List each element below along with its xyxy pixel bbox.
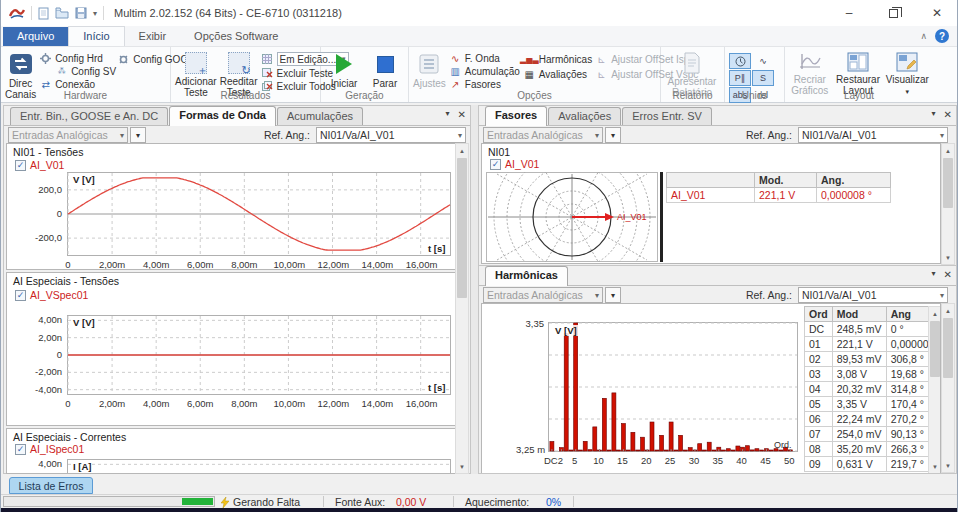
unit-p-button[interactable]: P∥	[729, 70, 751, 86]
iniciar-button[interactable]: Iniciar	[325, 50, 363, 89]
tick-label: 4,00n	[7, 458, 62, 469]
table-cell: 05	[805, 397, 833, 412]
panel-splitter[interactable]	[471, 105, 478, 474]
source-select[interactable]: Entradas Analógicas▾	[483, 127, 603, 143]
close-panel-icon[interactable]: ✕	[458, 109, 466, 120]
table-row[interactable]: 0622,24 mV270,2 °	[805, 412, 942, 427]
harmonics-table-scrollbar[interactable]: ▲ ▼	[928, 306, 941, 473]
table-row[interactable]: DC248,5 mV0 °	[805, 322, 942, 337]
table-cell: 02	[805, 352, 833, 367]
adicionar-teste-button[interactable]: ＋ Adicionar Teste	[175, 50, 217, 89]
unit-sine-button[interactable]: ∿	[752, 53, 774, 69]
tab-formas-de-onda[interactable]: Formas de Onda	[169, 106, 276, 126]
phasor-group-title: NI01	[488, 146, 510, 158]
table-row[interactable]: AI_V01221,1 V0,000008 °	[667, 188, 891, 203]
waveform-plot	[67, 459, 451, 474]
new-file-icon[interactable]	[38, 7, 49, 20]
ref-ang-select[interactable]: NI01/Va/AI_V01▾	[798, 287, 948, 303]
harmonics-scrollbar[interactable]: ▲ ▼	[941, 303, 955, 473]
source-select[interactable]: Entradas Analógicas▾	[483, 287, 603, 303]
unit-s-button[interactable]: S	[752, 70, 774, 86]
tab-acumulacoes[interactable]: Acumulações	[277, 107, 363, 125]
maximize-button[interactable]	[871, 0, 915, 26]
table-row[interactable]: 033,08 V19,68 °	[805, 367, 942, 382]
tab-harmonicas[interactable]: Harmônicas	[485, 266, 568, 286]
conexao-button[interactable]: ⇄ Conexão	[39, 78, 116, 90]
restaurar-layout-button[interactable]: Restaurar Layout	[834, 50, 883, 89]
tick-label: 35	[709, 455, 727, 466]
unit-time-button[interactable]	[729, 53, 751, 69]
tick-label: t [s]	[427, 243, 446, 254]
direc-canais-button[interactable]: Direc Canais	[5, 50, 36, 89]
tab-arquivo[interactable]: Arquivo	[3, 27, 68, 46]
table-row[interactable]: 0835,20 mV266,3 °	[805, 442, 942, 457]
tab-fasores[interactable]: Fasores	[485, 106, 547, 126]
gear-icon	[117, 53, 130, 65]
save-icon[interactable]	[75, 7, 87, 19]
column-header[interactable]: Ord	[805, 307, 833, 322]
apresentar-relatorio-button[interactable]: Apresentar Relatório	[665, 50, 719, 89]
avaliacoes-button[interactable]: ▦ Avaliações	[523, 67, 592, 81]
tab-exibir[interactable]: Exibir	[125, 27, 181, 46]
fasores-button[interactable]: ↗ Fasores	[449, 78, 520, 90]
pin-menu-icon[interactable]: ▾	[932, 269, 936, 280]
divider	[103, 6, 104, 20]
chart-title: NI01 - Tensões	[13, 146, 83, 158]
tick-label: 14,00m	[362, 259, 392, 270]
tick-label: V [V]	[72, 174, 96, 185]
table-cell: 221,1 V	[755, 188, 817, 203]
close-panel-icon[interactable]: ✕	[944, 109, 952, 120]
series-checkbox[interactable]: ✓	[490, 159, 501, 170]
source-select[interactable]: Entradas Analógicas▾	[8, 127, 128, 143]
phasor-splitter[interactable]	[660, 172, 663, 262]
open-folder-icon[interactable]	[55, 7, 69, 19]
left-panel-scrollbar[interactable]: ▲ ▼	[455, 143, 469, 474]
collapse-ribbon-icon[interactable]: ∧	[920, 31, 927, 41]
visualizar-button[interactable]: Visualizar ▾	[886, 50, 929, 89]
pin-menu-icon[interactable]: ▾	[446, 109, 450, 120]
table-row[interactable]: 053,35 V170,4 °	[805, 397, 942, 412]
tab-avaliacoes[interactable]: Avaliações	[548, 107, 621, 125]
table-row[interactable]: 01221,1 V0,000008 °	[805, 337, 942, 352]
config-sv-button[interactable]: ⁂ Config SV	[39, 65, 116, 77]
column-header[interactable]: Ang.	[817, 173, 891, 188]
tab-inicio[interactable]: Início	[68, 26, 124, 46]
ref-ang-select[interactable]: NI01/Va/AI_V01▾	[316, 127, 466, 143]
column-header[interactable]: Mod.	[755, 173, 817, 188]
f-onda-button[interactable]: ∿ F. Onda	[449, 52, 520, 64]
series-label: AI_VSpec01	[30, 289, 88, 301]
table-cell: 07	[805, 427, 833, 442]
tab-opcoes-software[interactable]: Opções Software	[180, 27, 292, 46]
column-header[interactable]	[667, 173, 755, 188]
help-icon[interactable]: ?	[935, 29, 949, 43]
series-checkbox[interactable]: ✓	[15, 290, 26, 301]
minimize-button[interactable]: –	[827, 0, 871, 26]
recriar-graficos-button[interactable]: Recriar Gráficos	[789, 50, 831, 89]
source-split-button[interactable]: ▾	[605, 287, 621, 303]
table-row[interactable]: 0289,53 mV306,8 °	[805, 352, 942, 367]
harmonicas-button[interactable]: ▂▅▃ Harmônicas	[523, 52, 592, 66]
column-header[interactable]: Mod	[832, 307, 886, 322]
tab-erros-entr-sv[interactable]: Erros Entr. SV	[622, 107, 712, 125]
config-hrd-button[interactable]: Config Hrd	[39, 52, 116, 64]
qat-dropdown-icon[interactable]: ▾	[93, 9, 97, 18]
table-row[interactable]: 0420,32 mV314,8 °	[805, 382, 942, 397]
series-checkbox[interactable]: ✓	[15, 160, 26, 171]
acumulacao-button[interactable]: ▥ Acumulação	[449, 65, 520, 77]
parar-button[interactable]: Parar	[366, 50, 404, 89]
ref-ang-select[interactable]: NI01/Va/AI_V01▾	[798, 127, 948, 143]
delete-test-icon	[261, 67, 274, 79]
pin-menu-icon[interactable]: ▾	[932, 109, 936, 120]
ajustes-button[interactable]: Ajustes	[413, 50, 446, 89]
close-panel-icon[interactable]: ✕	[944, 269, 952, 280]
close-button[interactable]: ✕	[915, 0, 958, 26]
table-row[interactable]: 07254,0 mV90,13 °	[805, 427, 942, 442]
reeditar-teste-button[interactable]: ↻ Reeditar Teste	[220, 50, 258, 89]
table-row[interactable]: 090,631 V219,7 °	[805, 457, 942, 472]
lista-de-erros-tab[interactable]: Lista de Erros	[9, 477, 93, 494]
source-split-button[interactable]: ▾	[605, 127, 621, 143]
tab-entradas-bin[interactable]: Entr. Bin., GOOSE e An. DC	[10, 107, 168, 125]
source-split-button[interactable]: ▾	[130, 127, 146, 143]
phasors-scrollbar[interactable]: ▲ ▼	[941, 143, 955, 265]
series-checkbox[interactable]: ✓	[15, 444, 26, 455]
